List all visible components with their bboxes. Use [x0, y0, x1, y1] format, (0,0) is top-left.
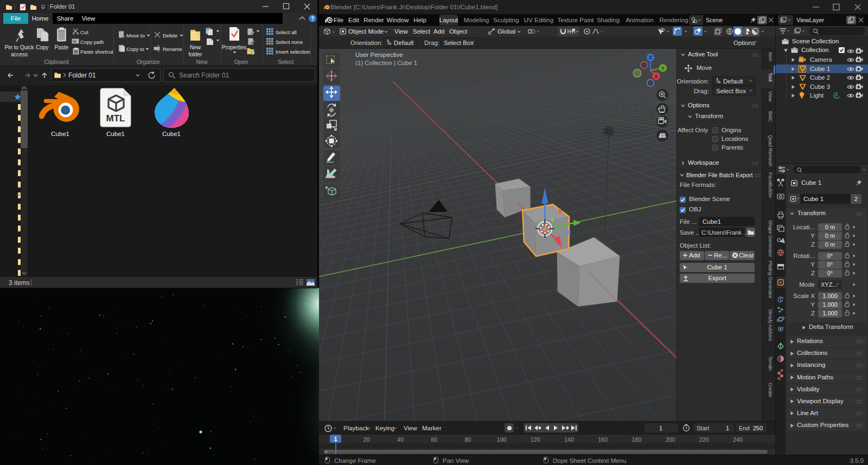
svg-text:W: W — [73, 40, 76, 43]
svg-text:X: X — [654, 74, 658, 79]
svg-text:Z: Z — [649, 55, 652, 60]
svg-text:Y: Y — [661, 66, 665, 71]
svg-text:?: ? — [311, 16, 314, 22]
svg-text:MTL: MTL — [106, 113, 125, 124]
